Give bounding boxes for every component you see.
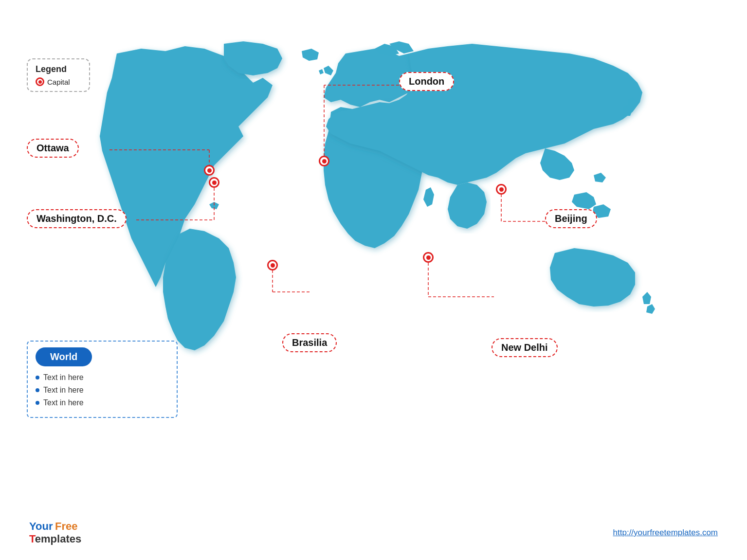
logo-line1: Your Free: [29, 520, 81, 533]
city-pin-washington: [209, 177, 219, 188]
city-pin-new-delhi: [423, 252, 434, 263]
footer-url[interactable]: http://yourfreetemplates.com: [613, 528, 718, 538]
capital-icon: [36, 77, 44, 86]
logo-t-icon: T: [29, 533, 35, 545]
city-pin-brasilia: [267, 260, 278, 271]
city-pin-london: [319, 156, 329, 166]
legend-box: Legend Capital: [27, 58, 90, 92]
bullet-dot: [36, 388, 39, 392]
world-list: Text in here Text in here Text in here: [36, 373, 169, 407]
list-item: Text in here: [36, 398, 169, 407]
bullet-dot: [36, 376, 39, 379]
logo-your: Your: [29, 520, 53, 532]
logo-free: Free: [55, 520, 77, 532]
city-pin-ottawa: [204, 165, 215, 176]
main-container: Legend Capital London Ottawa: [0, 0, 747, 560]
city-pin-beijing: [496, 184, 507, 195]
world-map: [58, 39, 686, 370]
world-button[interactable]: World: [36, 347, 92, 366]
city-label-washington: Washington, D.C.: [27, 209, 127, 228]
legend-capital-label: Capital: [47, 78, 70, 86]
list-item: Text in here: [36, 373, 169, 382]
logo-templates: Templates: [29, 533, 81, 545]
logo-line2: Templates: [29, 533, 81, 545]
legend-item-capital: Capital: [36, 77, 81, 86]
legend-title: Legend: [36, 64, 81, 74]
bullet-dot: [36, 401, 39, 405]
city-label-new-delhi: New Delhi: [492, 338, 558, 357]
city-label-brasilia: Brasilia: [282, 333, 337, 352]
city-label-beijing: Beijing: [545, 209, 597, 228]
world-info-box: World Text in here Text in here Text in …: [27, 341, 178, 418]
city-label-london: London: [399, 72, 454, 91]
list-item: Text in here: [36, 386, 169, 395]
logo-text: Your Free Templates: [29, 520, 81, 545]
city-label-ottawa: Ottawa: [27, 139, 79, 158]
footer: Your Free Templates http://yourfreetempl…: [0, 520, 747, 545]
logo: Your Free Templates: [29, 520, 81, 545]
